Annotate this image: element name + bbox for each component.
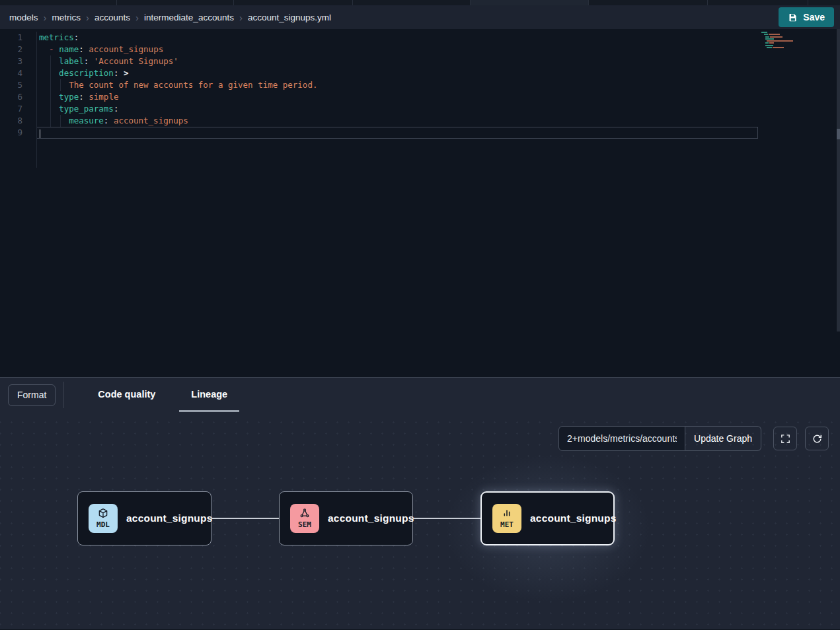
breadcrumb-item[interactable]: accounts	[95, 13, 130, 22]
node-label: account_signups	[530, 512, 616, 524]
line-number: 1	[0, 32, 22, 44]
code-line-content[interactable]: type_params:	[36, 103, 758, 115]
code-line[interactable]: 7 type_params:	[0, 103, 840, 115]
code-line-content[interactable]: type: simple	[36, 91, 758, 103]
code-line[interactable]: 2 - name: account_signups	[0, 44, 840, 55]
minimap-segment	[765, 45, 773, 46]
code-line[interactable]: 6 type: simple	[0, 91, 840, 103]
code-line-content[interactable]: description: >	[36, 67, 758, 79]
breadcrumb-bar: models›metrics›accounts›intermediate_acc…	[0, 5, 840, 29]
editor-scrollbar-thumb[interactable]	[837, 129, 840, 139]
save-button[interactable]: Save	[779, 7, 834, 27]
code-token: label	[59, 56, 84, 66]
fullscreen-button[interactable]	[773, 427, 797, 450]
node-type-label: MDL	[96, 521, 110, 530]
line-number: 9	[0, 127, 22, 139]
minimap[interactable]	[761, 32, 802, 49]
code-line-content[interactable]	[36, 127, 758, 139]
format-button[interactable]: Format	[8, 384, 56, 406]
minimap-segment	[765, 42, 769, 44]
minimap-segment	[770, 36, 783, 38]
minimap-segment	[769, 34, 780, 35]
code-token	[39, 56, 59, 66]
code-line-content[interactable]: label: 'Account Signups'	[36, 55, 758, 67]
refresh-button[interactable]	[805, 427, 829, 450]
lineage-node-mdl[interactable]: MDLaccount_signups	[77, 491, 211, 545]
code-line-content[interactable]: metrics:	[36, 32, 758, 44]
line-number: 8	[0, 115, 22, 127]
breadcrumb-item[interactable]: metrics	[52, 13, 81, 22]
indent-guide	[60, 115, 61, 127]
code-token: :	[114, 104, 119, 114]
minimap-row	[761, 40, 802, 42]
minimap-row	[761, 32, 802, 33]
code-line-content[interactable]: The count of new accounts for a given ti…	[36, 79, 758, 91]
code-token	[39, 80, 69, 90]
code-token: type	[59, 92, 79, 102]
code-token: measure	[69, 116, 104, 125]
tab-lineage[interactable]: Lineage	[179, 378, 239, 412]
file-tab[interactable]	[708, 0, 808, 5]
minimap-segment	[761, 32, 767, 33]
code-line-content[interactable]: - name: account_signups	[36, 44, 758, 55]
lineage-node-met[interactable]: METaccount_signups	[480, 491, 615, 545]
code-token: :	[79, 44, 84, 54]
code-token	[89, 56, 94, 66]
code-token: account_signups	[114, 116, 188, 125]
indent-guide	[50, 55, 51, 127]
minimap-row	[761, 38, 802, 40]
file-tab-strip-spacer	[808, 0, 840, 5]
code-token	[39, 68, 59, 78]
node-type-label: SEM	[298, 521, 311, 530]
breadcrumb-item[interactable]: models	[9, 13, 38, 22]
minimap-segment	[765, 38, 774, 40]
tab-code-quality[interactable]: Code quality	[86, 378, 167, 412]
code-token: simple	[89, 92, 118, 102]
code-line[interactable]: 1metrics:	[0, 32, 840, 44]
code-token	[108, 116, 114, 125]
file-tab-active[interactable]	[471, 0, 589, 5]
lineage-node-sem[interactable]: SEMaccount_signups	[279, 491, 413, 545]
file-tab[interactable]	[589, 0, 708, 5]
code-line[interactable]: 4 description: >	[0, 67, 840, 79]
code-token: description	[59, 68, 114, 78]
line-number: 6	[0, 91, 22, 103]
breadcrumb-item[interactable]: intermediate_accounts	[144, 13, 234, 22]
line-number: 7	[0, 103, 22, 115]
bottom-panel: Format Code qualityLineage Update Graph …	[0, 377, 840, 629]
editor-scrollbar[interactable]	[837, 29, 840, 332]
code-token	[39, 92, 59, 102]
update-graph-button[interactable]: Update Graph	[685, 426, 761, 451]
code-editor[interactable]: 1metrics:2 - name: account_signups3 labe…	[0, 29, 840, 377]
file-tab[interactable]	[234, 0, 353, 5]
minimap-segment	[764, 34, 768, 35]
breadcrumb: models›metrics›accounts›intermediate_acc…	[9, 13, 331, 22]
lineage-filter-input[interactable]	[558, 426, 685, 451]
minimap-row	[761, 45, 802, 46]
code-token: account_signups	[89, 44, 163, 54]
lineage-canvas[interactable]: Update Graph MDLaccount_signupsSEMaccoun…	[0, 412, 840, 629]
lineage-edge	[211, 518, 279, 519]
code-token: :	[74, 32, 79, 42]
code-token	[118, 68, 124, 78]
code-token: The count of new accounts for a given ti…	[69, 80, 317, 90]
code-token: name	[59, 44, 79, 54]
code-line[interactable]: 5 The count of new accounts for a given …	[0, 79, 840, 91]
refresh-icon	[812, 433, 823, 444]
code-line[interactable]: 9	[0, 127, 840, 139]
file-tab[interactable]	[353, 0, 471, 5]
minimap-row	[761, 47, 802, 48]
code-line[interactable]: 8 measure: account_signups	[0, 115, 840, 127]
code-line[interactable]: 3 label: 'Account Signups'	[0, 55, 840, 67]
node-label: account_signups	[126, 512, 212, 524]
line-number: 4	[0, 67, 22, 79]
breadcrumb-item[interactable]: account_signups.yml	[248, 13, 331, 22]
file-tab[interactable]	[0, 0, 117, 5]
node-type-badge-mdl: MDL	[89, 504, 118, 533]
code-token: type_params	[59, 104, 114, 114]
code-line-content[interactable]: measure: account_signups	[36, 115, 758, 127]
bar-chart-icon	[502, 508, 512, 521]
code-token: :	[79, 92, 84, 102]
panel-tabs: Code qualityLineage	[74, 378, 239, 412]
file-tab[interactable]	[117, 0, 234, 5]
